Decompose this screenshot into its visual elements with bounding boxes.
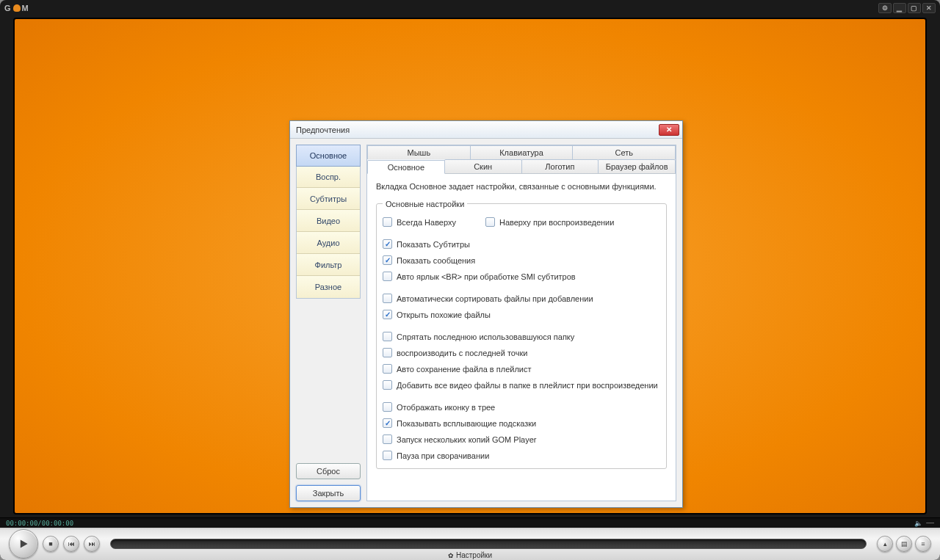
sidebar-tab-3[interactable]: Видео <box>297 210 360 232</box>
checkbox-label: Автоматически сортировать файлы при доба… <box>397 294 593 303</box>
app-logo: G M <box>4 4 29 12</box>
preferences-dialog: Предпочтения ✕ ОсновноеВоспр.СубтитрыВид… <box>289 120 683 508</box>
window-settings-button[interactable]: ⚙ <box>878 3 892 13</box>
extra-button-3[interactable]: ≡ <box>915 536 931 552</box>
checkbox[interactable] <box>383 332 392 341</box>
sidebar-tab-4[interactable]: Аудио <box>297 232 360 254</box>
checkbox[interactable] <box>383 418 392 428</box>
close-button[interactable]: Закрыть <box>296 485 361 501</box>
svg-marker-0 <box>21 539 28 548</box>
checkbox[interactable] <box>383 402 392 412</box>
checkbox-row-3: Показать сообщения <box>383 252 660 269</box>
checkbox[interactable] <box>383 294 392 303</box>
next-button[interactable]: ⏭ <box>84 536 100 552</box>
checkbox-label: Авто ярлык <BR> при обработке SMI субтит… <box>397 272 576 281</box>
checkbox-row-9: Спрятать последнюю использовавшуюся папк… <box>383 329 660 345</box>
play-icon <box>18 539 29 549</box>
dialog-close-button[interactable]: ✕ <box>659 124 679 136</box>
checkbox[interactable] <box>383 380 392 390</box>
dialog-sidebar: ОсновноеВоспр.СубтитрыВидеоАудиоФильтрРа… <box>296 145 361 501</box>
checkbox-label: Запуск нескольких копий GOM Player <box>397 435 537 444</box>
checkbox-label: Авто сохранение файла в плейлист <box>397 365 532 374</box>
checkbox-label: воспроизводить с последней точки <box>397 349 527 357</box>
reset-button[interactable]: Сброс <box>296 463 361 479</box>
checkbox-label: Всегда Наверху <box>397 218 456 227</box>
extra-button-1[interactable]: ▴ <box>877 536 893 552</box>
checkbox[interactable] <box>383 451 392 460</box>
checkbox[interactable] <box>383 364 392 374</box>
checkbox-label: Отображать иконку в трее <box>397 403 495 412</box>
checkbox-label: Показать сообщения <box>397 256 475 265</box>
checkbox-label: Пауза при сворачивании <box>397 451 489 460</box>
checkbox-row-10: воспроизводить с последней точки <box>383 345 660 361</box>
dialog-title: Предпочтения <box>296 126 350 134</box>
checkbox-row-16: Запуск нескольких копий GOM Player <box>383 432 660 448</box>
tab-Сеть[interactable]: Сеть <box>572 145 676 159</box>
tab-Логотип[interactable]: Логотип <box>521 159 599 173</box>
checkbox[interactable] <box>383 217 392 227</box>
checkbox-row-2: Показать Субтитры <box>383 236 660 252</box>
sidebar-tab-0[interactable]: Основное <box>296 145 361 167</box>
window-maximize-button[interactable]: ▢ <box>908 3 921 13</box>
title-bar: G M ⚙ ▁ ▢ ✕ <box>0 0 940 16</box>
video-area[interactable]: Предпочтения ✕ ОсновноеВоспр.СубтитрыВид… <box>13 18 927 514</box>
gear-icon: ✿ <box>448 552 454 559</box>
tab-Браузер файлов[interactable]: Браузер файлов <box>598 159 676 173</box>
checkbox-label: Спрятать последнюю использовавшуюся папк… <box>397 332 574 341</box>
player-bottom-bar: 00:00:00/00:00:00 🔈 ── ■ ⏮ ⏭ ▴ ▤ ≡ ✿ Нас… <box>0 517 940 560</box>
player-window: G M ⚙ ▁ ▢ ✕ Предпочтения ✕ ОсновноеВоспр… <box>0 0 940 560</box>
checkbox[interactable] <box>383 348 392 357</box>
checkbox[interactable] <box>383 310 392 319</box>
logo-text-g: G <box>4 4 12 12</box>
checkbox[interactable] <box>383 255 392 265</box>
logo-text-m: M <box>22 4 29 12</box>
window-minimize-button[interactable]: ▁ <box>893 3 906 13</box>
status-label: ✿ Настройки <box>448 551 492 560</box>
paw-icon <box>13 4 21 12</box>
sidebar-tab-1[interactable]: Воспр. <box>297 166 360 188</box>
tab-Скин[interactable]: Скин <box>444 159 522 173</box>
sidebar-tab-5[interactable]: Фильтр <box>297 254 360 276</box>
play-button[interactable] <box>9 529 38 559</box>
checkbox-label: Открыть похожие файлы <box>397 310 491 319</box>
checkbox-label: Показывать всплывающие подсказки <box>397 419 536 428</box>
tab-Клавиатура[interactable]: Клавиатура <box>470 145 574 159</box>
checkbox-row-11: Авто сохранение файла в плейлист <box>383 361 660 377</box>
checkbox-row-17: Пауза при сворачивании <box>383 448 660 464</box>
checkbox-row-6: Автоматически сортировать файлы при доба… <box>383 291 660 307</box>
tab-Мышь[interactable]: Мышь <box>367 145 471 159</box>
tab-description: Вкладка Основное задает настройки, связа… <box>376 181 667 192</box>
timecode: 00:00:00/00:00:00 <box>6 520 73 527</box>
volume-icon[interactable]: 🔈 ── <box>914 520 934 527</box>
main-settings-fieldset: Основные настройки Всегда НаверхуНаверху… <box>376 200 667 469</box>
checkbox-label: Показать Субтитры <box>397 240 470 249</box>
extra-button-2[interactable]: ▤ <box>896 536 912 552</box>
checkbox-label: Добавить все видео файлы в папке в плейл… <box>397 381 658 390</box>
tab-Основное[interactable]: Основное <box>367 160 445 174</box>
checkbox[interactable] <box>383 272 392 281</box>
sidebar-tab-6[interactable]: Разное <box>297 276 360 298</box>
dialog-main-panel: МышьКлавиатураСеть ОсновноеСкинЛоготипБр… <box>366 145 676 501</box>
checkbox-row-14: Отображать иконку в трее <box>383 399 660 415</box>
checkbox[interactable] <box>485 217 495 227</box>
checkbox-row-4: Авто ярлык <BR> при обработке SMI субтит… <box>383 269 660 285</box>
sidebar-tab-2[interactable]: Субтитры <box>297 188 360 210</box>
checkbox-row-7: Открыть похожие файлы <box>383 307 660 323</box>
checkbox-label: Наверху при воспроизведении <box>499 218 614 227</box>
fieldset-legend: Основные настройки <box>383 200 467 208</box>
checkbox[interactable] <box>383 434 392 444</box>
window-close-button[interactable]: ✕ <box>922 3 936 13</box>
checkbox-row-12: Добавить все видео файлы в папке в плейл… <box>383 377 660 393</box>
seek-bar[interactable] <box>110 539 867 549</box>
checkbox[interactable] <box>383 239 392 249</box>
info-strip: 00:00:00/00:00:00 🔈 ── <box>0 517 940 528</box>
dialog-title-bar[interactable]: Предпочтения ✕ <box>290 121 682 139</box>
checkbox-row-15: Показывать всплывающие подсказки <box>383 415 660 432</box>
prev-button[interactable]: ⏮ <box>63 536 79 552</box>
stop-button[interactable]: ■ <box>43 536 59 552</box>
checkbox-row-0: Всегда НаверхуНаверху при воспроизведени… <box>383 214 660 230</box>
